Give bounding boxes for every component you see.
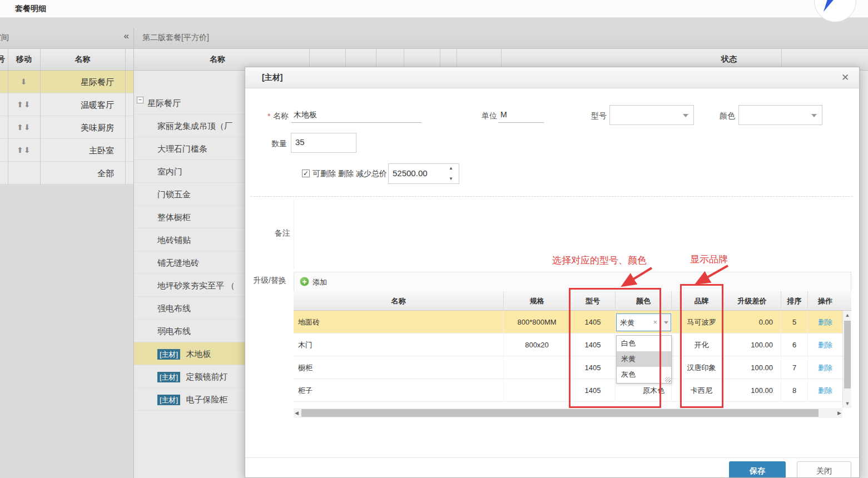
tree-item[interactable]: 室内门 xyxy=(134,160,245,183)
delete-link[interactable]: 删除 xyxy=(808,379,842,402)
tree-item[interactable]: [主材] 电子保险柜 xyxy=(134,388,245,411)
space-row-master-bedroom[interactable]: ⬆⬇ 主卧室 xyxy=(0,139,133,162)
collapse-panel-icon[interactable]: « xyxy=(124,31,129,42)
tree-item[interactable]: 大理石门槛条 xyxy=(134,137,245,160)
quantity-label: 数量 xyxy=(271,139,287,149)
deletable-checkbox[interactable]: ✓ xyxy=(302,170,310,177)
tree-item[interactable]: 弱电布线 xyxy=(134,320,245,342)
scroll-down-icon[interactable]: ▼ xyxy=(843,401,852,406)
table-vscrollbar[interactable]: ▲ ▼ xyxy=(842,311,851,408)
tree-item[interactable]: 铺无缝地砖 xyxy=(134,251,245,274)
dialog-title: [主材] xyxy=(262,73,282,83)
tree-item-wood-floor[interactable]: [主材] 木地板 xyxy=(134,342,245,365)
tree-item-label: 定额镜前灯 xyxy=(186,372,227,381)
header-brand: 品牌 xyxy=(680,291,723,311)
scroll-up-icon[interactable]: ▲ xyxy=(843,312,852,318)
space-name: 星际餐厅 xyxy=(40,71,114,93)
dropdown-option-white[interactable]: 白色 xyxy=(617,336,671,351)
space-row-kitchen[interactable]: ⬆⬇ 美味厨房 xyxy=(0,116,133,139)
divider xyxy=(40,93,41,116)
cell-model: 1405 xyxy=(571,311,616,333)
cell-spec xyxy=(504,356,571,379)
tree-root-star-dining[interactable]: − 星际餐厅 xyxy=(134,92,245,114)
delete-link[interactable]: 删除 xyxy=(808,356,842,379)
close-icon[interactable]: ✕ xyxy=(839,72,851,84)
tree-root-label: 星际餐厅 xyxy=(147,98,181,108)
model-label: 型号 xyxy=(591,111,607,121)
cell-diff: 100.00 xyxy=(723,356,781,379)
dropdown-option-beige[interactable]: 米黄 xyxy=(617,351,671,367)
tree-item[interactable]: 地砖铺贴 xyxy=(134,228,245,251)
close-button[interactable]: 关闭 xyxy=(797,461,851,478)
collapse-node-icon[interactable]: − xyxy=(137,97,143,103)
tree-item[interactable]: 整体橱柜 xyxy=(134,206,245,228)
scroll-right-icon[interactable]: ▶ xyxy=(837,410,841,416)
browser-logo-icon xyxy=(814,0,856,22)
move-down-icon[interactable]: ⬇ xyxy=(24,100,31,109)
divider xyxy=(125,49,126,71)
divider xyxy=(40,139,41,162)
cell-brand: 马可波罗 xyxy=(680,311,723,333)
quantity-input[interactable]: 35 xyxy=(291,133,356,153)
upgrade-table-header: 名称 规格 型号 颜色 品牌 升级差价 排序 操作 xyxy=(294,291,851,311)
space-row-warm-living[interactable]: ⬆⬇ 温暖客厅 xyxy=(0,93,133,116)
tree-item-label: 地坪砂浆夯实至平 （ xyxy=(157,281,235,290)
combo-arrow-button[interactable] xyxy=(661,314,671,331)
move-up-icon[interactable]: ⬆ xyxy=(17,100,24,109)
move-down-icon[interactable]: ⬇ xyxy=(24,146,31,155)
cell-sort: 7 xyxy=(781,356,808,379)
plus-icon: + xyxy=(300,277,309,286)
tree-item-label: 强电布线 xyxy=(157,303,191,313)
spinner-down-icon[interactable]: ▼ xyxy=(449,176,453,181)
vscroll-thumb[interactable] xyxy=(844,321,851,389)
table-row-floor-tile[interactable]: 地面砖 800*800MM 1405 马可波罗 0.00 5 删除 xyxy=(294,311,842,333)
move-down-icon[interactable]: ⬇ xyxy=(24,123,31,132)
spinner-up-icon[interactable]: ▲ xyxy=(449,166,453,171)
cell-brand: 开化 xyxy=(680,333,723,356)
space-row-all[interactable]: 全部 xyxy=(0,162,133,185)
chevron-down-icon xyxy=(683,114,688,117)
move-up-icon[interactable]: ⬆ xyxy=(17,146,24,155)
cell-name: 木门 xyxy=(294,333,504,356)
tree-item-label: 弱电布线 xyxy=(157,326,191,336)
table-row-wood-door[interactable]: 木门 800x20 1405 开化 100.00 6 删除 xyxy=(294,333,842,356)
table-hscrollbar[interactable]: ◀ ▶ xyxy=(294,408,842,418)
cell-diff: 0.00 xyxy=(723,311,781,333)
space-row-star-dining[interactable]: ⬇ 星际餐厅 xyxy=(0,71,133,93)
tree-item-label: 铺无缝地砖 xyxy=(157,258,199,267)
resize-handle[interactable] xyxy=(665,377,671,382)
hscroll-thumb[interactable] xyxy=(301,409,819,417)
move-down-icon[interactable]: ⬇ xyxy=(8,71,40,93)
annotation-brand: 显示品牌 xyxy=(690,253,728,266)
delete-link[interactable]: 删除 xyxy=(808,311,842,333)
scroll-left-icon[interactable]: ◀ xyxy=(295,410,299,416)
tree-item-label: 电子保险柜 xyxy=(186,395,227,404)
clear-icon[interactable]: × xyxy=(653,318,657,326)
color-combo[interactable]: 米黄 × xyxy=(616,313,671,331)
unit-input[interactable]: M xyxy=(498,106,544,123)
tab-package[interactable]: 第二版套餐[平方价] xyxy=(142,33,209,43)
panel-divider xyxy=(133,28,134,478)
divider xyxy=(40,162,41,185)
space-name: 美味厨房 xyxy=(40,116,114,139)
divider xyxy=(8,139,8,162)
save-button[interactable]: 保存 xyxy=(729,461,786,478)
dropdown-option-gray[interactable]: 灰色 xyxy=(617,367,671,382)
tree-item[interactable]: 门锁五金 xyxy=(134,183,245,206)
space-name: 温暖客厅 xyxy=(40,93,114,116)
name-input[interactable]: 木地板 xyxy=(291,106,421,123)
move-up-icon[interactable]: ⬆ xyxy=(17,123,24,132)
cell-spacer xyxy=(672,379,680,402)
main-material-badge: [主材] xyxy=(157,395,180,405)
model-select[interactable] xyxy=(609,105,694,125)
table-row-wardrobe[interactable]: 柜子 1405 原木色 卡西尼 100.00 8 删除 xyxy=(294,379,842,402)
tree-item-label: 门锁五金 xyxy=(157,190,191,199)
tree-item[interactable]: [主材] 定额镜前灯 xyxy=(134,365,245,388)
color-select[interactable] xyxy=(738,105,822,125)
add-button-label: 添加 xyxy=(313,277,327,287)
tree-item[interactable]: 强电布线 xyxy=(134,297,245,320)
delete-link[interactable]: 删除 xyxy=(808,333,842,356)
tree-item[interactable]: 家丽龙集成吊顶（厂 xyxy=(134,114,245,137)
table-row-cabinet[interactable]: 橱柜 1405 汉唐印象 100.00 7 删除 xyxy=(294,356,842,379)
tree-item[interactable]: 地坪砂浆夯实至平 （ xyxy=(134,274,245,297)
